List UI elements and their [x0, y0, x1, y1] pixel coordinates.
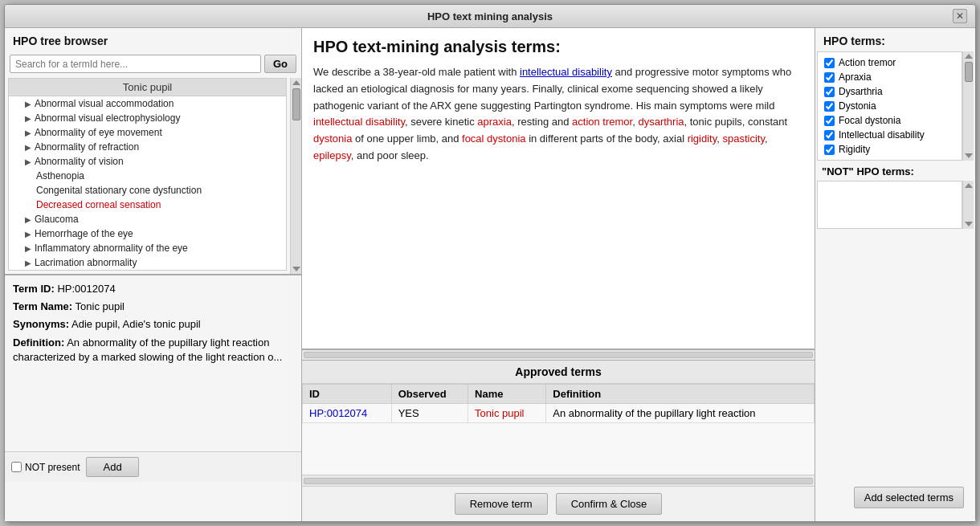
- text-part-normal: , tonic pupils, constant: [684, 116, 788, 128]
- text-part-blue: intellectual disability: [520, 66, 612, 78]
- text-part-normal: ,: [765, 133, 768, 145]
- not-present-label[interactable]: NOT present: [11, 462, 80, 473]
- text-part-normal: ,: [717, 133, 722, 145]
- hpo-term-item[interactable]: Apraxia: [823, 70, 957, 84]
- table-cell-name: Tonic pupil: [468, 404, 546, 423]
- hpo-term-checkbox[interactable]: [824, 145, 835, 155]
- tree-item[interactable]: Decreased corneal sensation: [9, 198, 286, 212]
- hpo-term-label: Dysarthria: [839, 86, 883, 97]
- hpo-term-item[interactable]: Rigidity: [823, 142, 957, 157]
- text-part-red: focal dystonia: [462, 133, 526, 145]
- close-button[interactable]: ✕: [953, 9, 967, 23]
- main-content: HPO tree browser Go Tonic pupil ▶Abnorma…: [5, 28, 975, 521]
- not-present-checkbox[interactable]: [11, 462, 22, 472]
- hpo-term-label: Intellectual disability: [839, 129, 925, 141]
- horizontal-scrollbar-bottom[interactable]: [302, 475, 815, 486]
- term-id-line: Term ID: HP:0012074: [13, 282, 293, 296]
- tree-scrollbar[interactable]: [290, 78, 301, 274]
- col-header-id: ID: [303, 385, 392, 404]
- text-part-red: intellectual disability: [313, 116, 405, 128]
- analysis-title: HPO text-mining analysis terms:: [313, 38, 803, 56]
- tree-item[interactable]: ▶Lacrimation abnormality: [9, 255, 286, 270]
- tree-item[interactable]: ▶Abnormality of vision: [9, 154, 286, 169]
- hpo-term-checkbox[interactable]: [824, 101, 835, 112]
- tree-item[interactable]: ▶Abnormality of refraction: [9, 140, 286, 154]
- remove-term-button[interactable]: Remove term: [455, 493, 548, 515]
- tree-item[interactable]: Asthenopia: [9, 169, 286, 183]
- term-id-value: HP:0012074: [57, 283, 115, 295]
- approved-terms-table-wrapper: ID Observed Name Definition HP:0012074YE…: [302, 384, 815, 475]
- hpo-term-item[interactable]: Intellectual disability: [823, 128, 957, 142]
- term-details-section: Term ID: HP:0012074 Term Name: Tonic pup…: [5, 275, 301, 451]
- not-present-text: NOT present: [25, 462, 80, 473]
- not-hpo-header: "NOT" HPO terms:: [815, 161, 975, 181]
- text-part-red: apraxia: [477, 116, 512, 128]
- text-part-normal: in different parts of the body, axial: [526, 133, 688, 145]
- text-part-normal: , resting and: [512, 116, 572, 128]
- text-part-red: rigidity: [688, 133, 717, 145]
- add-button[interactable]: Add: [86, 457, 138, 477]
- search-row: Go: [5, 51, 301, 78]
- text-part-normal: , and poor sleep.: [351, 149, 429, 161]
- hpo-term-checkbox[interactable]: [824, 72, 835, 83]
- hpo-term-item[interactable]: Focal dystonia: [823, 113, 957, 128]
- hpo-terms-header: HPO terms:: [815, 28, 975, 51]
- table-cell-observed: YES: [391, 404, 468, 423]
- hpo-term-item[interactable]: Dystonia: [823, 99, 957, 113]
- tree-item[interactable]: ▶Hemorrhage of the eye: [9, 226, 286, 241]
- go-button[interactable]: Go: [264, 55, 296, 73]
- hpo-term-item[interactable]: Dysarthria: [823, 84, 957, 99]
- col-header-name: Name: [468, 385, 546, 404]
- table-cell-id: HP:0012074: [303, 404, 392, 423]
- tree-item[interactable]: ▶Inflammatory abnormality of the eye: [9, 241, 286, 255]
- not-hpo-scrollbar[interactable]: [962, 181, 974, 229]
- hpo-term-checkbox[interactable]: [824, 58, 835, 68]
- text-part-red: dystonia: [313, 133, 352, 145]
- text-part-red: action tremor: [572, 116, 632, 128]
- add-selected-terms-button[interactable]: Add selected terms: [854, 487, 964, 508]
- horizontal-scrollbar-top[interactable]: [302, 349, 815, 361]
- tree-area: Tonic pupil ▶Abnormal visual accommodati…: [8, 78, 287, 271]
- tree-item[interactable]: ▶Abnormal visual electrophysiology: [9, 111, 286, 125]
- approved-terms-header: Approved terms: [302, 361, 815, 384]
- hpo-term-label: Rigidity: [839, 144, 870, 155]
- hpo-term-checkbox[interactable]: [824, 87, 835, 97]
- bottom-action-buttons: Remove term Confirm & Close: [302, 486, 815, 521]
- hpo-tree-header: HPO tree browser: [5, 28, 301, 51]
- search-input[interactable]: [10, 55, 261, 73]
- hpo-term-item[interactable]: Action tremor: [823, 55, 957, 70]
- text-part-normal: of one upper limb, and: [352, 133, 462, 145]
- hpo-terms-scrollbar[interactable]: [962, 51, 974, 161]
- col-header-observed: Observed: [391, 385, 468, 404]
- term-synonyms-line: Synonyms: Adie pupil, Adie's tonic pupil: [13, 317, 293, 332]
- hpo-term-checkbox[interactable]: [824, 130, 835, 141]
- hpo-terms-list: Action tremorApraxiaDysarthriaDystoniaFo…: [817, 51, 962, 161]
- tree-section: HPO tree browser Go Tonic pupil ▶Abnorma…: [5, 28, 301, 275]
- tree-item[interactable]: ▶Abnormality of eye movement: [9, 125, 286, 140]
- text-part-normal: We describe a 38-year-old male patient w…: [313, 66, 520, 78]
- table-cell-definition: An abnormality of the pupillary light re…: [546, 404, 815, 423]
- tree-item[interactable]: ▶Glaucoma: [9, 212, 286, 226]
- hpo-term-label: Focal dystonia: [839, 115, 900, 126]
- term-name-value: Tonic pupil: [76, 300, 125, 312]
- table-row[interactable]: HP:0012074YESTonic pupilAn abnormality o…: [303, 404, 815, 423]
- col-header-definition: Definition: [546, 385, 815, 404]
- term-name-label: Term Name:: [13, 300, 72, 312]
- term-id-label: Term ID:: [13, 283, 55, 295]
- tree-item[interactable]: Congenital stationary cone dysfunction: [9, 183, 286, 198]
- term-name-line: Term Name: Tonic pupil: [13, 300, 293, 314]
- confirm-close-button[interactable]: Confirm & Close: [556, 493, 663, 515]
- text-part-red: dysarthria: [638, 116, 684, 128]
- analysis-text: We describe a 38-year-old male patient w…: [313, 64, 803, 165]
- main-window: HPO text mining analysis ✕ HPO tree brow…: [4, 4, 976, 522]
- hpo-term-label: Apraxia: [839, 71, 872, 83]
- term-synonyms-value: Adie pupil, Adie's tonic pupil: [71, 318, 201, 330]
- text-part-normal: , severe kinetic: [405, 116, 477, 128]
- center-panel: HPO text-mining analysis terms: We descr…: [302, 28, 815, 521]
- hpo-term-checkbox[interactable]: [824, 116, 835, 126]
- term-actions-bar: NOT present Add: [5, 451, 301, 482]
- hpo-term-label: Dystonia: [839, 100, 876, 112]
- tree-selected-node[interactable]: Tonic pupil: [9, 79, 286, 96]
- tree-item[interactable]: ▶Abnormal visual accommodation: [9, 96, 286, 111]
- right-panel: HPO terms: Action tremorApraxiaDysarthri…: [815, 28, 975, 521]
